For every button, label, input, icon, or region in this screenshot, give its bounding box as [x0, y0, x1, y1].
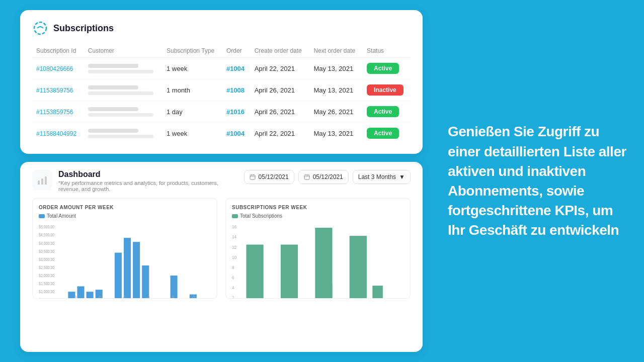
order-link[interactable]: #1004	[226, 65, 245, 72]
subscriptions-title: Subscriptions	[53, 23, 114, 34]
subscription-id: #1153859756	[36, 87, 73, 94]
svg-text:$1,000.00: $1,000.00	[39, 289, 55, 294]
svg-rect-25	[87, 292, 94, 299]
order-legend-dot	[39, 214, 45, 218]
dashboard-subtitle: *Key performance metrics and analytics, …	[58, 180, 219, 192]
svg-rect-29	[133, 242, 140, 299]
col-next-date: Next order date	[309, 44, 363, 58]
subscription-type: 1 week	[163, 123, 222, 144]
col-subscription-type: Subscription Type	[163, 44, 222, 58]
table-header-row: Subscription Id Customer Subscription Ty…	[32, 44, 411, 58]
svg-text:$3,000.00: $3,000.00	[39, 257, 55, 262]
svg-rect-54	[326, 282, 333, 299]
chevron-down-icon: ▼	[399, 173, 405, 180]
dashboard-title-section: Dashboard *Key performance metrics and a…	[32, 170, 219, 192]
svg-rect-2	[41, 178, 43, 185]
order-link[interactable]: #1008	[226, 86, 245, 94]
table-row: #1080426666 1 week #1004 April 22, 2021 …	[32, 58, 411, 79]
svg-text:6: 6	[232, 275, 234, 280]
col-order: Order	[222, 44, 251, 58]
svg-rect-49	[247, 245, 264, 299]
order-chart-svg: $5,000.00 $4,500.00 $4,000.00 $3,500.00 …	[39, 222, 211, 299]
svg-rect-50	[281, 245, 298, 299]
svg-rect-28	[124, 238, 131, 299]
next-date: May 13, 2021	[309, 58, 363, 79]
next-date: May 13, 2021	[309, 123, 363, 144]
status-badge: Active	[367, 63, 399, 74]
next-date: May 26, 2021	[309, 101, 363, 123]
svg-rect-24	[77, 286, 84, 299]
sub-legend-label: Total Subscriptions	[240, 213, 282, 219]
svg-rect-32	[171, 276, 178, 299]
create-date: April 26, 2021	[251, 101, 310, 123]
status-cell: Active	[363, 58, 411, 79]
svg-text:12: 12	[232, 244, 236, 250]
dashboard-text-section: Dashboard *Key performance metrics and a…	[58, 170, 219, 192]
svg-text:$4,500.00: $4,500.00	[39, 233, 55, 238]
sub-chart-svg: 16 14 12 10 8 6 4 2 0	[232, 222, 404, 299]
status-badge: Active	[367, 128, 399, 139]
dashboard-card: Dashboard *Key performance metrics and a…	[20, 162, 423, 352]
svg-text:$2,000.00: $2,000.00	[39, 273, 55, 278]
customer-cell	[84, 58, 163, 79]
date-to-picker[interactable]: 05/12/2021	[298, 170, 349, 184]
svg-rect-1	[38, 180, 40, 185]
svg-text:16: 16	[232, 224, 236, 230]
svg-text:2021-04-18: 2021-04-18	[162, 295, 175, 299]
date-to-value: 05/12/2021	[313, 173, 343, 180]
subscriptions-card: Subscriptions Subscription Id Customer S…	[20, 10, 423, 154]
status-cell: Inactive	[363, 79, 411, 101]
customer-cell	[84, 79, 163, 101]
svg-text:8: 8	[232, 264, 234, 270]
dashboard-header: Dashboard *Key performance metrics and a…	[32, 170, 411, 192]
subscription-id: #1153859756	[36, 109, 73, 116]
period-label: Last 3 Months	[358, 173, 396, 180]
col-create-date: Create order date	[251, 44, 310, 58]
date-from-picker[interactable]: 05/12/2021	[244, 170, 294, 184]
date-from-value: 05/12/2021	[259, 173, 289, 180]
sub-legend-dot	[232, 214, 238, 218]
create-date: April 22, 2021	[251, 123, 310, 144]
create-date: April 22, 2021	[251, 58, 310, 79]
col-status: Status	[363, 44, 411, 58]
create-date: April 26, 2021	[251, 79, 310, 101]
subscription-id: #1080426666	[36, 65, 73, 72]
period-select[interactable]: Last 3 Months ▼	[353, 170, 411, 184]
svg-rect-4	[250, 175, 255, 179]
svg-rect-8	[304, 175, 309, 179]
calendar-icon-from	[250, 174, 256, 180]
col-subscription-id: Subscription Id	[32, 44, 84, 58]
svg-rect-30	[142, 265, 149, 299]
customer-cell	[84, 123, 163, 144]
next-date: May 13, 2021	[309, 79, 363, 101]
svg-rect-27	[115, 253, 122, 299]
order-chart-title: ORDER AMOUNT PER WEEK	[39, 205, 211, 210]
svg-text:$500.00: $500.00	[39, 297, 52, 299]
dashboard-title: Dashboard	[58, 170, 219, 179]
svg-text:$1,500.00: $1,500.00	[39, 281, 55, 286]
svg-text:4: 4	[232, 285, 234, 290]
svg-text:$2,500.00: $2,500.00	[39, 265, 55, 270]
order-link[interactable]: #1016	[226, 108, 245, 116]
order-link[interactable]: #1004	[226, 130, 245, 137]
subscription-type: 1 day	[163, 101, 222, 123]
svg-text:$4,000.00: $4,000.00	[39, 241, 55, 246]
customer-cell	[84, 101, 163, 123]
charts-container: ORDER AMOUNT PER WEEK Total Amount $5,00…	[32, 198, 411, 299]
table-row: #11588404992 1 week #1004 April 22, 2021…	[32, 123, 411, 144]
svg-point-0	[34, 22, 46, 34]
order-legend-label: Total Amount	[47, 213, 76, 219]
subscription-type: 1 month	[163, 79, 222, 101]
subscription-id: #11588404992	[36, 130, 76, 137]
svg-text:$5,000.00: $5,000.00	[39, 224, 55, 229]
order-chart-legend: Total Amount	[39, 213, 211, 219]
table-row: #1153859756 1 month #1008 April 26, 2021…	[32, 79, 411, 101]
svg-text:2: 2	[232, 295, 234, 299]
svg-text:$3,500.00: $3,500.00	[39, 249, 55, 254]
subscription-type: 1 week	[163, 58, 222, 79]
col-customer: Customer	[84, 44, 163, 58]
right-panel-description: Genießen Sie Zugriff zu einer detaillier…	[448, 122, 629, 240]
order-amount-chart: ORDER AMOUNT PER WEEK Total Amount $5,00…	[32, 198, 217, 299]
dashboard-bar-icon	[32, 170, 52, 190]
sub-chart-title: SUBSCRIPTIONS PER WEEK	[232, 205, 404, 210]
